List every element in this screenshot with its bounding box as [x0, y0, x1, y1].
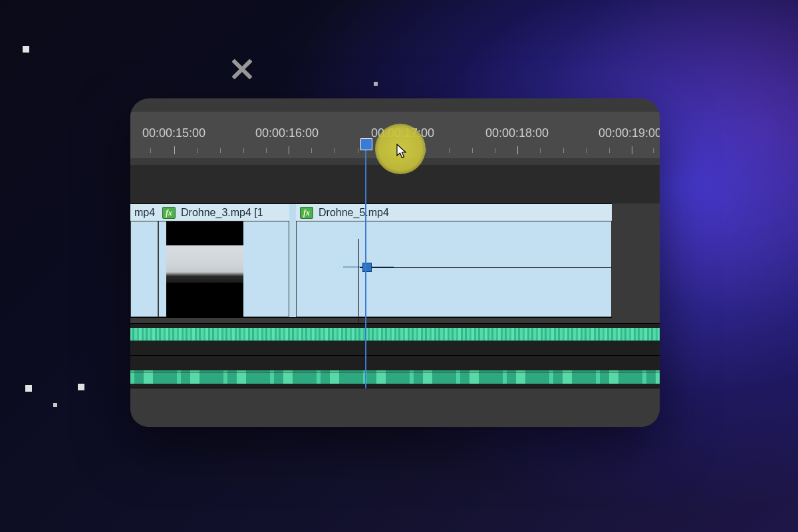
ruler-tick-minor [358, 148, 358, 153]
clip-label: mp4 [134, 207, 155, 219]
timeline-clip[interactable]: mp4 [130, 204, 158, 317]
ruler-tick-minor [540, 148, 541, 153]
ruler-timecode: 00:00:18:00 [485, 126, 549, 140]
ruler-tick-minor [609, 148, 610, 153]
close-icon [229, 56, 255, 82]
clip-thumbnail [166, 221, 243, 317]
playhead-handle[interactable] [360, 138, 372, 150]
ruler-tick-major [517, 146, 518, 154]
clip-header: mp4 [130, 204, 158, 221]
ruler-tick-minor [426, 148, 426, 153]
track-empty-area [612, 203, 660, 317]
keyframe[interactable] [362, 263, 372, 272]
fx-badge-icon: fx [162, 207, 176, 219]
ruler-tick-minor [587, 148, 587, 153]
decorative-square [23, 46, 29, 53]
timeline-clip[interactable]: fx Drohne_5.mp4 [296, 204, 612, 317]
ruler-tick-minor [563, 148, 564, 153]
timeline-clip[interactable]: fx Drohne_3.mp4 [1 [158, 204, 289, 317]
ruler-timecode: 00:00:16:00 [255, 126, 319, 140]
clip-header: fx Drohne_3.mp4 [1 [158, 204, 289, 221]
ruler-tick-minor [266, 148, 267, 153]
clip-label: Drohne_3.mp4 [1 [181, 207, 263, 219]
clip-effect-area[interactable] [296, 221, 612, 317]
ruler-tick-minor [197, 148, 198, 153]
ruler-tick-minor [334, 148, 335, 153]
keyframe-handle[interactable] [371, 267, 394, 267]
effect-boundary-line [358, 239, 359, 334]
decorative-square [53, 403, 57, 407]
playhead-line[interactable] [365, 144, 366, 388]
decorative-square [374, 82, 378, 86]
ruler-tick-minor [220, 148, 221, 153]
ruler-tick-minor [495, 148, 495, 153]
click-highlight-icon [375, 124, 426, 174]
ruler-timecode: 00:00:15:00 [142, 126, 205, 140]
ruler-tick-minor [653, 148, 654, 153]
fx-badge-icon: fx [300, 207, 313, 219]
ruler-tick-minor [243, 148, 244, 153]
ruler-timecode: 00:00:19:00 [598, 126, 660, 140]
ruler-tick-minor [472, 148, 473, 153]
panel-bottom-band [130, 388, 660, 427]
clip-header: fx Drohne_5.mp4 [296, 204, 612, 221]
clip-label: Drohne_5.mp4 [319, 207, 389, 219]
ruler-tick-major [174, 146, 175, 154]
ruler-tick-minor [311, 148, 312, 153]
ruler-tick-minor [150, 148, 151, 153]
ruler-tick-major [632, 146, 632, 154]
audio-track[interactable] [130, 323, 660, 356]
decorative-square [78, 384, 84, 390]
ruler-tick-major [289, 146, 289, 154]
ruler-tick-minor [449, 148, 450, 153]
timeline-panel: 00:00:15:00 00:00:16:00 00:00:17:00 00:0… [130, 98, 660, 427]
video-track[interactable]: mp4 fx Drohne_3.mp4 [1 fx Drohne_5.mp4 [130, 203, 612, 318]
audio-track-group [130, 323, 660, 388]
audio-track[interactable] [130, 355, 660, 388]
effect-value-line [360, 267, 612, 268]
decorative-square [25, 385, 32, 392]
